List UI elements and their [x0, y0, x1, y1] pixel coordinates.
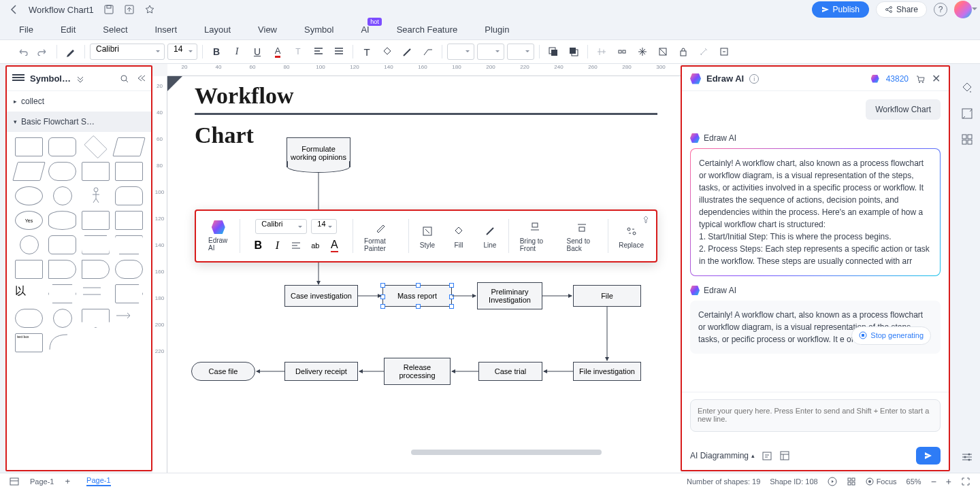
box-delivery[interactable]: Delivery receipt — [284, 362, 358, 381]
ft-italic-icon[interactable]: I — [270, 238, 284, 253]
zoom-out-icon[interactable]: − — [931, 476, 936, 487]
shape-circle2[interactable] — [20, 235, 39, 254]
template-icon[interactable] — [779, 450, 790, 461]
shape-trap[interactable] — [12, 162, 46, 181]
ft-bring-front[interactable]: Bring to Front — [520, 237, 551, 252]
menu-insert[interactable]: Insert — [155, 24, 178, 35]
font-name-select[interactable]: Calibri — [90, 44, 165, 60]
lock-icon[interactable] — [674, 43, 692, 61]
shape-pentagon[interactable] — [82, 309, 110, 328]
fill-tool-icon[interactable] — [451, 224, 466, 239]
text-tool-icon[interactable]: T — [358, 43, 376, 61]
shape-person[interactable] — [82, 186, 110, 205]
search-icon[interactable] — [120, 74, 129, 84]
add-page-button[interactable]: + — [65, 476, 70, 486]
cart-icon[interactable] — [915, 74, 925, 84]
shape-tag[interactable] — [115, 284, 143, 303]
menu-edit[interactable]: Edit — [61, 24, 76, 35]
grid-view-icon[interactable] — [847, 477, 856, 486]
ft-fill[interactable]: Fill — [455, 241, 463, 249]
fill-icon[interactable] — [378, 43, 396, 61]
zoom-level[interactable]: 65% — [906, 477, 921, 486]
shape-panel-icon[interactable] — [961, 107, 975, 121]
shape-data2[interactable] — [115, 162, 143, 181]
menu-file[interactable]: File — [19, 24, 33, 35]
ai-logo-icon[interactable] — [212, 220, 225, 234]
menu-plugin[interactable]: Plugin — [485, 24, 509, 35]
font-size-select[interactable]: 14 — [167, 44, 197, 60]
export-icon[interactable] — [124, 4, 135, 15]
underline-icon[interactable]: U — [248, 43, 266, 61]
grid-icon[interactable] — [961, 133, 975, 147]
ft-color-icon[interactable]: A — [327, 238, 342, 253]
save-icon[interactable] — [103, 4, 114, 15]
painter-icon[interactable] — [62, 43, 80, 61]
layer-front-icon[interactable] — [544, 43, 562, 61]
menu-search-feature[interactable]: Search Feature — [397, 24, 458, 35]
replace-icon[interactable] — [624, 224, 639, 239]
shape-hex[interactable] — [48, 284, 76, 303]
shape-lines[interactable] — [82, 284, 110, 303]
zoom-in-icon[interactable]: + — [946, 476, 951, 487]
style-icon[interactable] — [420, 224, 435, 239]
bold-icon[interactable]: B — [208, 43, 225, 61]
ft-line[interactable]: Line — [484, 241, 497, 249]
shape-user[interactable] — [115, 186, 143, 205]
shape-pill3[interactable] — [15, 309, 43, 328]
box-case-file[interactable]: Case file — [191, 362, 255, 381]
ft-format-painter[interactable]: Format Painter — [364, 237, 397, 252]
shape-arrow[interactable] — [115, 309, 143, 328]
page-tab[interactable]: Page-1 — [86, 476, 110, 486]
canvas[interactable]: Workflow Chart Formulate working opinion… — [167, 76, 681, 473]
line-tool-icon[interactable] — [483, 224, 497, 239]
bucket-icon[interactable] — [961, 82, 975, 95]
shape-cylinder[interactable] — [48, 211, 76, 230]
history-icon[interactable] — [762, 450, 772, 461]
star-icon[interactable] — [144, 4, 155, 15]
info-icon[interactable]: i — [749, 74, 759, 84]
chevron-down-icon[interactable] — [76, 75, 84, 82]
shape-circle3[interactable] — [53, 309, 72, 328]
scrollbar-horizontal[interactable] — [411, 450, 602, 455]
redo-icon[interactable] — [34, 43, 52, 61]
shape-wave[interactable] — [15, 260, 43, 279]
line-weight-select[interactable] — [477, 44, 504, 60]
box-case-investigation[interactable]: Case investigation — [284, 285, 358, 307]
shape-pill2[interactable] — [115, 260, 143, 279]
shape-diamond[interactable] — [84, 135, 107, 158]
font-color-icon[interactable]: A — [269, 43, 287, 61]
distribute-icon[interactable] — [613, 43, 631, 61]
shape-trap3[interactable] — [115, 235, 143, 254]
spacing-icon[interactable] — [330, 43, 348, 61]
menu-layout[interactable]: Layout — [204, 24, 231, 35]
shape-yes[interactable]: Yes — [15, 211, 43, 230]
shape-display[interactable] — [82, 260, 110, 279]
align-icon[interactable] — [310, 43, 327, 61]
menu-select[interactable]: Select — [103, 24, 127, 35]
stop-generating-button[interactable]: Stop generating — [851, 326, 931, 345]
ai-mode-select[interactable]: AI Diagramming ▴ — [690, 451, 755, 460]
ft-align-icon[interactable] — [289, 238, 304, 253]
page-selector[interactable]: Page-1 — [30, 477, 54, 486]
ft-font-size[interactable]: 14 — [311, 219, 337, 234]
box-mass-report[interactable]: Mass report — [382, 285, 452, 307]
close-icon[interactable]: ✕ — [932, 72, 941, 85]
back-icon[interactable] — [8, 4, 19, 15]
ft-strike-icon[interactable]: ab — [308, 238, 323, 253]
more-icon[interactable] — [715, 43, 733, 61]
shape-circle[interactable] — [53, 186, 72, 205]
box-release[interactable]: Release processing — [384, 358, 451, 385]
ft-bold-icon[interactable]: B — [250, 238, 265, 253]
shape-data[interactable] — [82, 162, 110, 181]
shape-card2[interactable] — [115, 211, 143, 230]
shape-pill[interactable] — [48, 162, 76, 181]
send-back-icon[interactable] — [574, 220, 589, 235]
shape-rect[interactable] — [15, 137, 43, 156]
pages-icon[interactable] — [10, 477, 19, 486]
arrow-select[interactable] — [507, 44, 534, 60]
box-file[interactable]: File — [573, 285, 641, 307]
tools-icon[interactable] — [695, 43, 713, 61]
shape-arc[interactable] — [48, 333, 76, 352]
share-button[interactable]: Share — [876, 1, 927, 18]
box-case-trial[interactable]: Case trial — [478, 362, 542, 381]
